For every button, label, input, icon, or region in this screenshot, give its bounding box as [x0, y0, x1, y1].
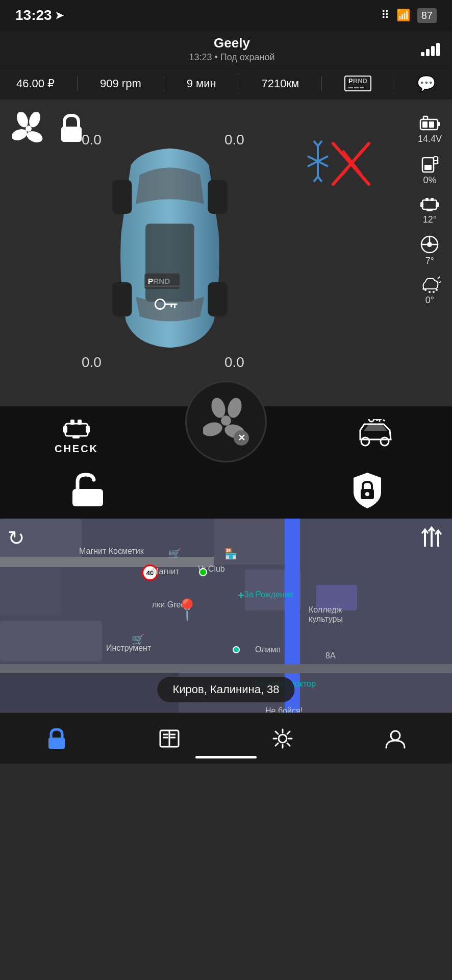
- divider1: [77, 76, 78, 91]
- bar4: [436, 43, 440, 56]
- svg-point-77: [365, 492, 369, 496]
- car-outline-button[interactable]: [299, 406, 452, 462]
- svg-rect-75: [72, 489, 103, 506]
- svg-point-70: [381, 437, 389, 446]
- engine-icon: [419, 195, 440, 213]
- svg-rect-45: [436, 202, 439, 207]
- map-location-pin: 📍: [174, 598, 200, 622]
- battery-level: 87: [421, 10, 433, 21]
- header-bar: Geely 13:23 • Под охраной: [0, 31, 452, 67]
- bar1: [421, 52, 424, 56]
- svg-point-71: [369, 419, 374, 422]
- svg-rect-31: [429, 121, 434, 128]
- bar3: [431, 46, 435, 56]
- svg-rect-60: [78, 420, 82, 425]
- svg-text:PRND: PRND: [148, 277, 170, 285]
- shield-icon: [349, 471, 385, 510]
- network-signal-bars: [421, 42, 440, 56]
- refresh-button[interactable]: ↻: [8, 526, 25, 550]
- olimp-label: Олимп: [255, 645, 281, 654]
- svg-line-24: [318, 177, 322, 182]
- unlock-button[interactable]: [42, 468, 185, 513]
- engine-temp-value: 12°: [423, 214, 437, 225]
- action-section: CHECK ✕: [0, 406, 452, 519]
- location-arrow-icon: ➤: [55, 9, 64, 21]
- 8a-label: 8А: [325, 651, 336, 660]
- time-display: 13:23: [15, 7, 52, 23]
- home-indicator: [195, 756, 257, 758]
- svg-rect-8: [112, 282, 132, 316]
- map-building-9: [0, 669, 179, 713]
- fan-toggle-button[interactable]: ✕: [185, 381, 267, 462]
- fan-icon-top: [12, 112, 45, 145]
- shield-button[interactable]: [268, 468, 411, 513]
- magnit-kosmetik-label: Магнит Косметик: [79, 547, 144, 556]
- magnit-label: Магнит: [152, 567, 179, 576]
- map-dot-magnit: [199, 568, 207, 576]
- status-time: 13:23 ➤: [15, 7, 64, 23]
- map-road-h1: [0, 557, 214, 567]
- car-section: 0.0 0.0 0.0 0.0: [0, 100, 452, 406]
- weather-icon: [418, 276, 441, 294]
- svg-point-48: [427, 242, 432, 247]
- map-plus-1: +: [238, 589, 244, 602]
- battery-voltage-value: 14.4V: [418, 134, 442, 144]
- svg-line-22: [318, 141, 322, 146]
- svg-line-57: [439, 282, 441, 283]
- chat-icon[interactable]: 💬: [417, 75, 436, 92]
- prnd-display: PRND ▬▬▬: [344, 76, 371, 92]
- instrument-label: Инструмент: [106, 644, 151, 653]
- tab-lock[interactable]: [36, 727, 77, 750]
- stats-bar: 46.00 ₽ 909 rpm 9 мин 7210км PRND ▬▬▬ 💬: [0, 67, 452, 100]
- battery-stat: 14.4V: [418, 115, 442, 144]
- up-arrows-button[interactable]: [419, 526, 444, 549]
- svg-rect-32: [438, 122, 440, 126]
- map-building-8: [102, 621, 235, 662]
- tab-profile-icon: [384, 727, 407, 750]
- car-top-icons: [12, 112, 86, 145]
- svg-line-56: [438, 277, 440, 279]
- header-center: Geely 13:23 • Под охраной: [189, 35, 274, 63]
- tab-bar: [0, 713, 452, 764]
- wifi-icon: 📶: [396, 9, 410, 22]
- error-overlay: [303, 136, 384, 207]
- fuel-percent-value: 0%: [423, 175, 436, 186]
- battery-car-icon: [419, 115, 440, 133]
- svg-point-88: [279, 734, 287, 743]
- tab-profile[interactable]: [375, 727, 416, 750]
- tab-lock-icon: [45, 727, 68, 750]
- svg-rect-81: [48, 738, 65, 749]
- action-middle-row: [0, 462, 452, 519]
- rpm-stat: 909 rpm: [100, 77, 141, 90]
- tab-settings[interactable]: [262, 727, 303, 750]
- map-address-text: Киров, Калинина, 38: [172, 683, 279, 696]
- svg-rect-41: [422, 200, 437, 209]
- check-button[interactable]: CHECK: [0, 406, 153, 462]
- svg-rect-42: [425, 198, 429, 201]
- divider5: [394, 76, 394, 91]
- map-building-2: [0, 565, 61, 616]
- check-label: CHECK: [55, 443, 98, 455]
- engine-stat: 12°: [419, 195, 440, 225]
- svg-point-69: [361, 437, 369, 446]
- battery-indicator: 87: [417, 8, 437, 23]
- map-building-3: [0, 621, 102, 662]
- svg-rect-43: [431, 198, 434, 201]
- svg-rect-10: [208, 282, 228, 316]
- svg-rect-61: [63, 426, 67, 433]
- right-stats-panel: 14.4V 0% 12°: [418, 115, 442, 306]
- steering-icon: [419, 234, 440, 255]
- store-icon: 🏪: [224, 548, 237, 560]
- steering-stat: 7°: [419, 234, 440, 266]
- header-subtitle: 13:23 • Под охраной: [189, 52, 274, 63]
- map-address-overlay: Киров, Калинина, 38: [157, 677, 294, 702]
- tab-book[interactable]: [149, 727, 190, 750]
- svg-rect-9: [208, 180, 228, 214]
- svg-point-54: [429, 291, 431, 293]
- car-name-title: Geely: [189, 35, 274, 51]
- map-section: 40 Магнит Косметик Магнит Vr Club лки Gr…: [0, 519, 452, 713]
- svg-point-64: [221, 415, 231, 426]
- action-top-row: CHECK ✕: [0, 406, 452, 462]
- svg-rect-58: [65, 424, 88, 436]
- up-arrows-icon: [419, 526, 444, 549]
